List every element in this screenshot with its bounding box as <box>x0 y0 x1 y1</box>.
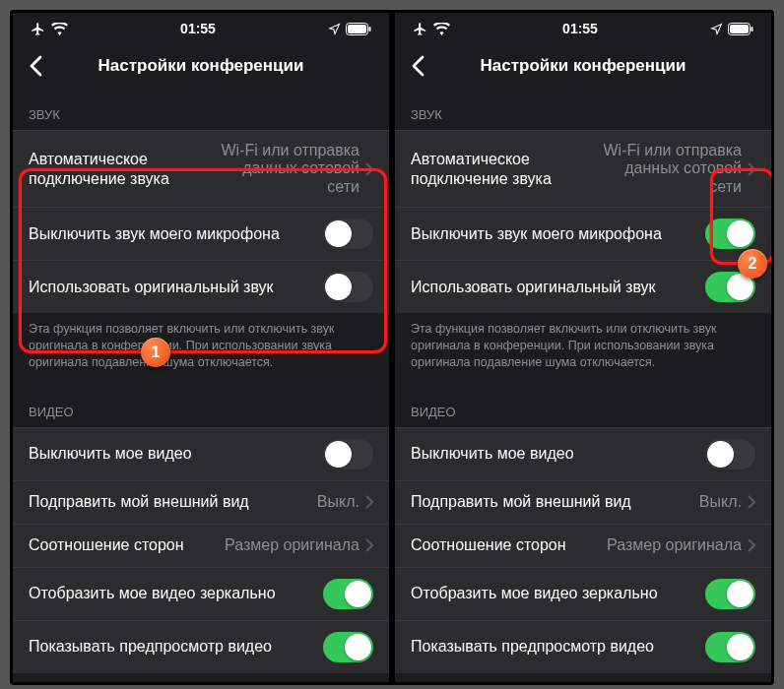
status-bar: 01:55 <box>13 13 389 44</box>
row-label: Показывать предпросмотр видео <box>411 637 705 657</box>
location-icon <box>710 23 723 35</box>
back-button[interactable] <box>21 55 50 77</box>
section-header-general: ОБЩИЕ <box>13 673 389 682</box>
toggle-preview[interactable] <box>705 632 755 662</box>
toggle-mute-video[interactable] <box>705 439 755 470</box>
airplane-icon <box>413 22 427 36</box>
row-label: Автоматическое подключение звука <box>411 150 589 189</box>
chevron-right-icon <box>365 162 373 176</box>
nav-title: Настройки конференции <box>13 56 389 76</box>
row-label: Соотношение сторон <box>29 535 225 555</box>
row-auto-connect[interactable]: Автоматическое подключение звука Wi-Fi и… <box>13 130 389 207</box>
row-label: Отобразить мое видео зеркально <box>411 584 705 603</box>
row-label: Показывать предпросмотр видео <box>29 637 323 657</box>
back-button[interactable] <box>403 55 432 77</box>
toggle-mute-video[interactable] <box>323 439 373 470</box>
row-touch-up[interactable]: Подправить мой внешний вид Выкл. <box>395 480 771 524</box>
row-mute-video: Выключить мое видео <box>395 427 771 480</box>
toggle-preview[interactable] <box>323 632 373 662</box>
phone-right: 01:55 Настройки конференции ЗВУК Автомат… <box>395 13 771 682</box>
wifi-icon <box>51 23 68 35</box>
status-bar: 01:55 <box>395 13 771 44</box>
row-value: Wi-Fi или отправка данных сотовой сети <box>207 142 359 196</box>
airplane-icon <box>31 22 45 36</box>
footer-original-sound: Эта функция позволяет включить или отклю… <box>13 313 389 385</box>
badge-1: 1 <box>141 338 170 367</box>
row-label: Подправить мой внешний вид <box>411 492 699 512</box>
row-original-sound: Использовать оригинальный звук <box>13 260 389 313</box>
row-mirror: Отобразить мое видео зеркально <box>395 567 771 620</box>
location-icon <box>328 23 341 35</box>
row-preview: Показывать предпросмотр видео <box>13 620 389 673</box>
phone-left: 01:55 Настройки конференции ЗВУК Автомат… <box>13 13 389 682</box>
footer-original-sound: Эта функция позволяет включить или отклю… <box>395 313 771 385</box>
battery-icon <box>728 23 753 35</box>
row-value: Размер оригинала <box>607 536 742 554</box>
row-label: Отобразить мое видео зеркально <box>29 584 323 603</box>
svg-rect-1 <box>348 25 366 33</box>
chevron-left-icon <box>30 55 42 77</box>
nav-bar: Настройки конференции <box>13 44 389 88</box>
svg-rect-2 <box>369 27 371 31</box>
row-mirror: Отобразить мое видео зеркально <box>13 567 389 620</box>
svg-rect-5 <box>751 27 753 31</box>
nav-bar: Настройки конференции <box>395 44 771 88</box>
row-label: Выключить звук моего микрофона <box>29 224 323 244</box>
row-label: Выключить звук моего микрофона <box>411 224 705 244</box>
section-header-video: ВИДЕО <box>395 385 771 427</box>
toggle-original-sound[interactable] <box>323 272 373 302</box>
row-auto-connect[interactable]: Автоматическое подключение звука Wi-Fi и… <box>395 130 771 207</box>
row-mute-mic: Выключить звук моего микрофона <box>395 207 771 260</box>
section-header-video: ВИДЕО <box>13 385 389 427</box>
chevron-right-icon <box>748 495 755 509</box>
toggle-mirror[interactable] <box>323 579 373 609</box>
chevron-right-icon <box>748 538 755 552</box>
row-label: Подправить мой внешний вид <box>29 492 317 512</box>
row-label: Использовать оригинальный звук <box>29 278 323 297</box>
toggle-mute-mic[interactable] <box>705 219 755 249</box>
row-mute-mic: Выключить звук моего микрофона <box>13 207 389 260</box>
row-label: Автоматическое подключение звука <box>29 150 207 189</box>
wifi-icon <box>433 23 450 35</box>
section-header-general: ОБЩИЕ <box>395 673 771 682</box>
row-value: Выкл. <box>699 493 742 511</box>
toggle-mute-mic[interactable] <box>323 219 373 249</box>
status-time: 01:55 <box>562 21 598 36</box>
row-preview: Показывать предпросмотр видео <box>395 620 771 673</box>
svg-rect-4 <box>730 25 749 33</box>
row-label: Использовать оригинальный звук <box>411 278 705 297</box>
row-value: Wi-Fi или отправка данных сотовой сети <box>589 142 742 196</box>
chevron-right-icon <box>748 162 755 176</box>
row-aspect[interactable]: Соотношение сторон Размер оригинала <box>13 524 389 567</box>
chevron-left-icon <box>412 55 425 77</box>
status-time: 01:55 <box>180 21 216 36</box>
row-aspect[interactable]: Соотношение сторон Размер оригинала <box>395 524 771 567</box>
section-header-sound: ЗВУК <box>395 88 771 130</box>
nav-title: Настройки конференции <box>395 56 771 76</box>
chevron-right-icon <box>365 538 373 552</box>
chevron-right-icon <box>365 495 373 509</box>
row-label: Выключить мое видео <box>411 444 705 464</box>
battery-icon <box>346 23 371 35</box>
section-header-sound: ЗВУК <box>13 88 389 130</box>
row-mute-video: Выключить мое видео <box>13 427 389 480</box>
row-original-sound: Использовать оригинальный звук <box>395 260 771 313</box>
row-touch-up[interactable]: Подправить мой внешний вид Выкл. <box>13 480 389 524</box>
row-label: Соотношение сторон <box>411 535 607 555</box>
comparison-container: 01:55 Настройки конференции ЗВУК Автомат… <box>10 10 774 685</box>
badge-2: 2 <box>738 249 767 279</box>
row-label: Выключить мое видео <box>29 444 323 464</box>
row-value: Размер оригинала <box>225 536 359 554</box>
toggle-mirror[interactable] <box>705 579 755 609</box>
row-value: Выкл. <box>317 493 359 511</box>
